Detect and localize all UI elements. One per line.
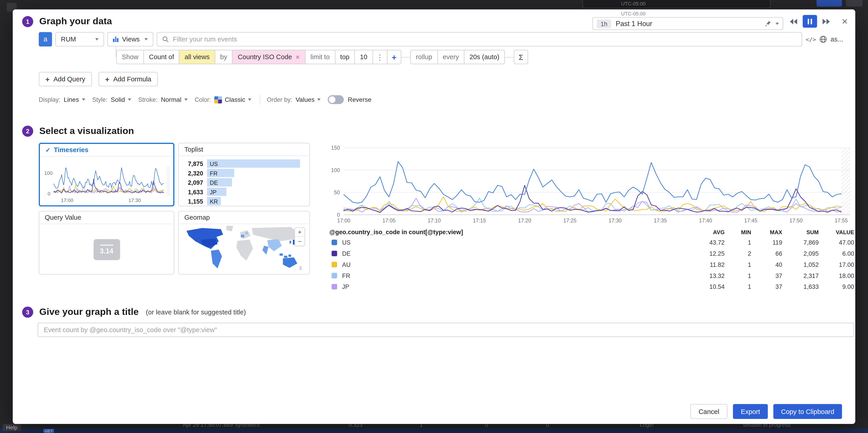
export-button[interactable]: Export — [733, 404, 768, 419]
query-value-preview: 3.14 — [39, 224, 174, 275]
sigma-button[interactable]: Σ — [514, 50, 528, 64]
legend-col-sum[interactable]: SUM — [782, 229, 819, 235]
svg-text:17:50: 17:50 — [789, 218, 803, 223]
graph-preview: 05010015017:0017:0517:1017:1517:2017:251… — [330, 140, 854, 292]
utc-offset-label: UTC-05:00 — [621, 11, 783, 17]
legend-series-name: US — [330, 239, 689, 246]
stroke-select[interactable]: Normal — [161, 96, 187, 103]
toplist-value: 2,320 — [182, 169, 203, 176]
legend-row-fr[interactable]: FR13.321372,31718.00 — [330, 270, 854, 281]
background-time-selector — [582, 0, 771, 8]
card-toplist[interactable]: Toplist 7,875US2,320FR2,097DE1,633JP1,15… — [178, 143, 310, 207]
legend-col-value[interactable]: VALUE — [819, 229, 854, 235]
reverse-toggle[interactable] — [328, 95, 344, 104]
style-select[interactable]: Solid — [111, 96, 131, 103]
add-formula-button[interactable]: +Add Formula — [98, 72, 158, 86]
color-select[interactable]: Classic — [214, 96, 251, 103]
time-range-selector[interactable]: 1h Past 1 Hour — [592, 17, 783, 30]
toplist-row: 7,875US — [182, 159, 310, 168]
style-label: Style: — [92, 96, 107, 103]
mini-y-min: 0 — [48, 191, 50, 196]
display-options-row: Display: Lines Style: Solid Stroke: Norm… — [39, 93, 371, 106]
legend-header: @geo.country_iso_code in count[@type:vie… — [330, 227, 854, 237]
toplist-row: 1,633JP — [182, 188, 310, 196]
limit-to-label: limit to — [305, 50, 335, 64]
geomap-preview: + − — [179, 224, 310, 275]
legend-row-us[interactable]: US43.7211197,86947.00 — [330, 237, 854, 248]
step3-header: 3 Give your graph a title (or leave blan… — [22, 307, 246, 318]
card-geomap[interactable]: Geomap — [178, 211, 310, 275]
legend-value: 47.00 — [819, 239, 854, 246]
add-query-button[interactable]: +Add Query — [39, 72, 92, 86]
legend-max: 119 — [751, 239, 782, 246]
legend-col-avg[interactable]: AVG — [689, 229, 724, 235]
data-source-select[interactable]: RUM — [55, 32, 104, 47]
kebab-menu-icon[interactable]: ⋮ — [372, 50, 387, 64]
rollup-interval-select[interactable]: 20s (auto) — [464, 50, 505, 64]
step2-header: 2 Select a visualization — [22, 126, 134, 137]
pause-button[interactable] — [803, 15, 817, 28]
map-zoom-controls: + − — [294, 227, 305, 246]
toplist-rows: 7,875US2,320FR2,097DE1,633JP1,155KR — [179, 156, 310, 205]
event-type-select[interactable]: Views — [107, 32, 154, 47]
mini-hatch-region — [167, 166, 170, 196]
color-label: Color: — [194, 96, 211, 103]
legend-series-name: AU — [330, 261, 689, 268]
display-select[interactable]: Lines — [64, 96, 85, 103]
cancel-button[interactable]: Cancel — [690, 404, 727, 419]
card-query-value[interactable]: Query Value 3.14 — [39, 211, 174, 275]
show-group: Show Count of all views by Country ISO C… — [116, 50, 402, 64]
toplist-value: 2,097 — [182, 179, 203, 186]
skip-back-button[interactable] — [786, 15, 801, 28]
step3-title: Give your graph a title — [39, 307, 138, 318]
pin-icon[interactable] — [765, 21, 771, 27]
legend-row-de[interactable]: DE12.252662,0956.00 — [330, 248, 854, 259]
rollup-group: rollup every 20s (auto) — [410, 50, 505, 64]
aggregation-select[interactable]: Count of — [143, 50, 180, 64]
order-by-select[interactable]: Values — [296, 96, 321, 103]
search-box — [157, 32, 803, 47]
query-letter-badge[interactable]: a — [39, 32, 52, 47]
limit-direction-select[interactable]: top — [335, 50, 355, 64]
toplist-bar: KR — [207, 197, 221, 206]
close-icon[interactable]: ✕ — [839, 16, 851, 28]
svg-text:100: 100 — [331, 167, 340, 173]
svg-text:17:45: 17:45 — [744, 218, 757, 223]
graph-title-input[interactable] — [38, 322, 854, 337]
zoom-in-button[interactable]: + — [295, 228, 305, 237]
search-input[interactable] — [173, 35, 797, 43]
svg-text:17:55: 17:55 — [835, 218, 848, 223]
skip-forward-button[interactable] — [819, 15, 833, 28]
toplist-value: 7,875 — [182, 160, 203, 167]
globe-icon[interactable] — [819, 35, 827, 43]
every-label: every — [437, 50, 464, 64]
legend-value: 6.00 — [819, 250, 854, 257]
code-view-icon[interactable]: </> — [806, 36, 816, 42]
step1-badge: 1 — [22, 16, 33, 27]
help-tab[interactable]: Help — [3, 424, 21, 431]
legend-col-max[interactable]: MAX — [751, 229, 782, 235]
group-by-pill[interactable]: Country ISO Code✕ — [232, 50, 305, 64]
legend-min: 1 — [725, 272, 751, 279]
chevron-down-icon[interactable] — [775, 23, 779, 25]
copy-to-clipboard-button[interactable]: Copy to Clipboard — [773, 404, 842, 419]
svg-text:0: 0 — [337, 212, 340, 218]
legend-row-jp[interactable]: JP10.541371,6339.00 — [330, 281, 854, 292]
zoom-out-button[interactable]: − — [295, 237, 305, 246]
limit-count-select[interactable]: 10 — [354, 50, 373, 64]
measure-select[interactable]: all views — [179, 50, 215, 64]
card-timeseries[interactable]: ✓ Timeseries 100 0 17:00 17:30 — [39, 143, 174, 207]
plus-icon: + — [105, 75, 110, 84]
data-source-value: RUM — [61, 35, 90, 43]
as-button[interactable]: as... — [831, 35, 843, 43]
legend-col-min[interactable]: MIN — [725, 229, 751, 235]
add-group-icon[interactable]: + — [387, 50, 402, 64]
time-range-chip: 1h — [597, 19, 611, 28]
main-timeseries-chart[interactable]: 05010015017:0017:0517:1017:1517:2017:251… — [330, 140, 854, 224]
legend-max: 40 — [751, 261, 782, 268]
remove-group-icon[interactable]: ✕ — [295, 54, 300, 60]
legend-row-au[interactable]: AU11.821401,05217.00 — [330, 259, 854, 270]
legend-series-name: FR — [330, 272, 689, 279]
legend-series-name: JP — [330, 283, 689, 290]
legend-avg: 43.72 — [689, 239, 724, 246]
